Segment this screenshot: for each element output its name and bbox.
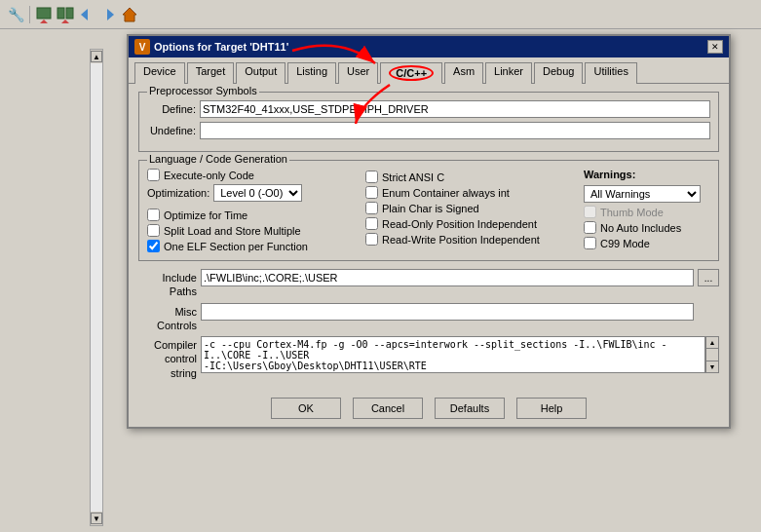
tab-user[interactable]: User (338, 62, 378, 84)
optimize-time-row: Optimize for Time (147, 209, 358, 221)
scrollbar-up[interactable]: ▲ (91, 51, 102, 62)
dialog-buttons: OK Cancel Defaults Help (129, 392, 729, 427)
read-write-pos-label: Read-Write Position Independent (382, 234, 540, 246)
one-elf-label: One ELF Section per Function (164, 241, 308, 252)
strict-ansi-row: Strict ANSI C (365, 171, 576, 183)
warnings-select[interactable]: All Warnings No Warnings (584, 185, 701, 203)
read-only-pos-checkbox[interactable] (365, 217, 378, 230)
one-elf-checkbox[interactable] (147, 240, 160, 252)
compiler-control-row: Compilercontrolstring -c --cpu Cortex-M4… (138, 336, 719, 380)
dialog-title-text: Options for Target 'DHT11' (154, 41, 288, 53)
split-load-checkbox[interactable] (147, 224, 160, 237)
plain-char-row: Plain Char is Signed (365, 202, 576, 214)
toolbar: 🔧 (0, 0, 761, 29)
thumb-mode-checkbox[interactable] (584, 206, 596, 218)
dialog-close-button[interactable]: ✕ (707, 40, 723, 54)
dialog-titlebar: V Options for Target 'DHT11' ✕ (129, 36, 729, 57)
tab-asm[interactable]: Asm (444, 62, 483, 84)
optimize-time-label: Optimize for Time (164, 209, 247, 221)
strict-ansi-checkbox[interactable] (365, 171, 378, 183)
preprocessor-group-label: Preprocessor Symbols (147, 85, 259, 96)
tab-output[interactable]: Output (236, 62, 285, 84)
enum-container-label: Enum Container always int (382, 187, 510, 199)
toolbar-icon-1[interactable]: 🔧 (6, 5, 25, 24)
no-auto-includes-row: No Auto Includes (584, 221, 710, 234)
tab-cc[interactable]: C/C++ (380, 62, 442, 84)
compiler-scroll-down[interactable]: ▼ (706, 361, 718, 372)
tab-debug[interactable]: Debug (534, 62, 583, 84)
no-auto-includes-checkbox[interactable] (584, 221, 596, 234)
toolbar-icon-home[interactable] (120, 5, 139, 24)
tab-utilities[interactable]: Utilities (585, 62, 636, 84)
compiler-control-textarea[interactable]: -c --cpu Cortex-M4.fp -g -O0 --apcs=inte… (201, 336, 705, 373)
warnings-label: Warnings: (584, 169, 710, 180)
optimize-time-checkbox[interactable] (147, 209, 160, 221)
one-elf-row: One ELF Section per Function (147, 240, 358, 252)
optimization-label: Optimization: (147, 187, 209, 199)
cancel-button[interactable]: Cancel (353, 398, 423, 419)
toolbar-icon-rebuild[interactable] (56, 5, 75, 24)
read-write-pos-row: Read-Write Position Independent (365, 233, 576, 246)
optimization-row: Optimization: Level 0 (-O0) Level 1 (-O1… (147, 184, 358, 202)
svg-marker-5 (81, 9, 88, 20)
language-group-label: Language / Code Generation (147, 153, 289, 165)
toolbar-icon-build[interactable] (34, 5, 54, 24)
tab-target[interactable]: Target (187, 62, 235, 84)
tab-linker[interactable]: Linker (485, 62, 532, 84)
c99-mode-checkbox[interactable] (584, 237, 596, 249)
tab-listing[interactable]: Listing (287, 62, 336, 84)
compiler-textarea-wrapper: -c --cpu Cortex-M4.fp -g -O0 --apcs=inte… (201, 336, 719, 375)
define-row: Define: (147, 100, 710, 118)
toolbar-icon-forward[interactable] (98, 5, 118, 24)
toolbar-icon-back[interactable] (77, 5, 96, 24)
preprocessor-group: Preprocessor Symbols Define: Undefine: (138, 92, 719, 152)
thumb-mode-row: Thumb Mode (584, 206, 710, 218)
read-write-pos-checkbox[interactable] (365, 233, 378, 246)
tab-bar: Device Target Output Listing User C/C++ … (129, 57, 729, 84)
dialog-content: Preprocessor Symbols Define: Undefine: L… (129, 84, 729, 392)
read-only-pos-label: Read-Only Position Independent (382, 218, 537, 230)
read-only-pos-row: Read-Only Position Independent (365, 217, 576, 230)
svg-rect-3 (66, 8, 73, 19)
compiler-scroll-up[interactable]: ▲ (706, 337, 718, 349)
tab-cc-label: C/C++ (389, 65, 434, 81)
include-paths-label: IncludePaths (138, 269, 197, 299)
enum-container-row: Enum Container always int (365, 186, 576, 199)
include-paths-input[interactable] (201, 269, 694, 286)
execute-only-checkbox[interactable] (147, 169, 160, 181)
misc-controls-row: MiscControls (138, 303, 719, 333)
tab-device[interactable]: Device (134, 62, 185, 84)
options-dialog: V Options for Target 'DHT11' ✕ Device Ta… (127, 34, 731, 429)
toolbar-separator-1 (29, 6, 30, 23)
svg-marker-4 (61, 19, 69, 23)
dialog-title: V Options for Target 'DHT11' (134, 39, 288, 55)
undefine-input[interactable] (200, 122, 710, 139)
split-load-label: Split Load and Store Multiple (164, 225, 301, 237)
svg-marker-1 (40, 19, 48, 23)
include-paths-row: IncludePaths ... (138, 269, 719, 299)
misc-controls-label: MiscControls (138, 303, 197, 333)
define-input[interactable] (200, 100, 710, 118)
execute-only-label: Execute-only Code (164, 170, 254, 181)
dialog-icon: V (134, 39, 150, 55)
optimization-select[interactable]: Level 0 (-O0) Level 1 (-O1) Level 2 (-O2… (213, 184, 302, 202)
help-button[interactable]: Help (516, 398, 587, 419)
plain-char-checkbox[interactable] (365, 202, 378, 214)
execute-only-row: Execute-only Code (147, 169, 358, 181)
include-paths-browse-btn[interactable]: ... (698, 269, 719, 286)
thumb-mode-label: Thumb Mode (600, 207, 664, 218)
compiler-scrollbar: ▲ ▼ (705, 336, 719, 373)
svg-marker-7 (123, 8, 136, 21)
plain-char-label: Plain Char is Signed (382, 203, 479, 214)
enum-container-checkbox[interactable] (365, 186, 378, 199)
define-label: Define: (147, 103, 196, 115)
strict-ansi-label: Strict ANSI C (382, 171, 444, 183)
svg-rect-0 (37, 8, 51, 19)
defaults-button[interactable]: Defaults (435, 398, 505, 419)
misc-controls-input[interactable] (201, 303, 694, 321)
scrollbar-down[interactable]: ▼ (91, 513, 102, 524)
compiler-control-label: Compilercontrolstring (138, 336, 197, 380)
undefine-row: Undefine: (147, 122, 710, 139)
c99-mode-row: C99 Mode (584, 237, 710, 249)
ok-button[interactable]: OK (271, 398, 341, 419)
